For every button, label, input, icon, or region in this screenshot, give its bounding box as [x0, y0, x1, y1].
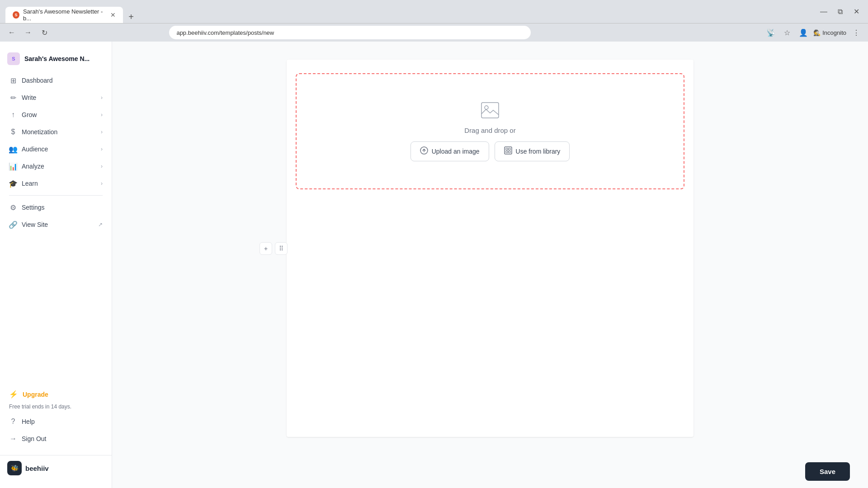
sidebar-item-view-site[interactable]: 🔗 View Site ↗	[4, 216, 108, 233]
sidebar-item-analyze[interactable]: 📊 Analyze ›	[4, 158, 108, 174]
refresh-button[interactable]: ↻	[38, 26, 51, 39]
library-icon	[504, 146, 512, 156]
forward-button[interactable]: →	[22, 26, 34, 39]
sidebar-label-help: Help	[22, 418, 103, 425]
analyze-chevron-icon: ›	[101, 163, 103, 169]
write-chevron-icon: ›	[101, 94, 103, 101]
sidebar-label-settings: Settings	[22, 204, 103, 211]
grow-chevron-icon: ›	[101, 112, 103, 118]
sidebar-item-dashboard[interactable]: ⊞ Dashboard	[4, 72, 108, 89]
sidebar-label-write: Write	[22, 94, 96, 101]
svg-rect-6	[506, 151, 508, 153]
incognito-label: Incognito	[822, 29, 846, 36]
active-tab[interactable]: S Sarah's Awesome Newsletter - b... ✕	[5, 7, 123, 23]
svg-rect-7	[509, 151, 510, 153]
close-button[interactable]: ✕	[850, 5, 863, 18]
sidebar-item-write[interactable]: ✏ Write ›	[4, 89, 108, 106]
sidebar-item-settings[interactable]: ⚙ Settings	[4, 199, 108, 216]
dropzone-actions: Upload an image	[410, 141, 570, 161]
tab-list: S Sarah's Awesome Newsletter - b... ✕ +	[5, 0, 814, 23]
incognito-indicator: 🕵️ Incognito	[813, 29, 846, 36]
back-button[interactable]: ←	[5, 26, 18, 39]
settings-icon: ⚙	[9, 203, 17, 211]
svg-point-1	[485, 106, 488, 109]
sidebar-item-learn[interactable]: 🎓 Learn ›	[4, 175, 108, 192]
minimize-button[interactable]: —	[817, 5, 830, 18]
sidebar-item-upgrade[interactable]: ⚡ Upgrade	[4, 386, 108, 403]
save-area: Save	[112, 455, 868, 488]
learn-icon: 🎓	[9, 179, 17, 188]
sidebar-label-dashboard: Dashboard	[22, 77, 103, 84]
audience-icon: 👥	[9, 145, 17, 153]
restore-button[interactable]: ⧉	[834, 5, 846, 18]
address-bar-row: ← → ↻ 📡 ☆ 👤 🕵️ Incognito ⋮	[0, 23, 868, 42]
incognito-icon: 🕵️	[813, 29, 821, 36]
upgrade-icon: ⚡	[9, 390, 18, 399]
upload-image-button[interactable]: Upload an image	[410, 141, 489, 161]
sidebar-label-analyze: Analyze	[22, 163, 96, 170]
brand-avatar: S	[7, 52, 20, 65]
sidebar-label-audience: Audience	[22, 145, 96, 153]
sidebar-item-sign-out[interactable]: → Sign Out	[4, 431, 108, 447]
beehiiv-logo[interactable]: 🐝 beehiiv	[0, 455, 112, 481]
tab-title: Sarah's Awesome Newsletter - b...	[23, 8, 107, 22]
sidebar-label-grow: Grow	[22, 111, 96, 118]
sidebar-bottom: ⚡ Upgrade Free trial ends in 14 days. ? …	[0, 386, 112, 451]
beehiiv-logo-text: beehiiv	[25, 465, 49, 472]
sidebar-nav: ⊞ Dashboard ✏ Write › ↑ Grow › $ Monetiz…	[0, 72, 112, 386]
grow-icon: ↑	[9, 111, 17, 119]
upload-button-label: Upload an image	[432, 148, 480, 155]
sidebar-item-monetization[interactable]: $ Monetization ›	[4, 124, 108, 140]
address-bar-input[interactable]	[169, 26, 531, 39]
beehiiv-logo-icon: 🐝	[7, 461, 22, 475]
block-controls: + ⠿	[259, 242, 288, 255]
sidebar-item-audience[interactable]: 👥 Audience ›	[4, 141, 108, 157]
svg-rect-5	[509, 148, 510, 150]
svg-rect-0	[481, 103, 499, 118]
svg-rect-3	[505, 147, 512, 154]
browser-window-controls: — ⧉ ✕	[817, 5, 863, 18]
tab-favicon: S	[13, 11, 19, 19]
trial-notice: Free trial ends in 14 days.	[4, 404, 108, 413]
nav-divider	[9, 195, 103, 196]
bookmark-icon[interactable]: ☆	[781, 26, 793, 39]
sidebar: S Sarah's Awesome N... ⊞ Dashboard ✏ Wri…	[0, 42, 112, 488]
upgrade-label: Upgrade	[23, 391, 48, 398]
brand-name: Sarah's Awesome N...	[24, 55, 90, 62]
cast-icon[interactable]: 📡	[764, 26, 777, 39]
library-button-label: Use from library	[516, 148, 561, 155]
browser-tab-bar: S Sarah's Awesome Newsletter - b... ✕ + …	[0, 0, 868, 23]
main-content: + ⠿ Drag and drop or	[112, 42, 868, 488]
sidebar-label-learn: Learn	[22, 180, 96, 187]
sidebar-item-grow[interactable]: ↑ Grow ›	[4, 107, 108, 123]
dashboard-icon: ⊞	[9, 76, 17, 84]
use-from-library-button[interactable]: Use from library	[495, 141, 570, 161]
dropzone-instruction: Drag and drop or	[464, 127, 515, 134]
more-options-icon[interactable]: ⋮	[850, 26, 863, 39]
upload-icon	[420, 146, 428, 156]
add-block-button[interactable]: +	[259, 242, 272, 255]
write-icon: ✏	[9, 94, 17, 102]
sidebar-label-monetization: Monetization	[22, 128, 96, 136]
app-container: S Sarah's Awesome N... ⊞ Dashboard ✏ Wri…	[0, 42, 868, 488]
sidebar-item-help[interactable]: ? Help	[4, 413, 108, 430]
sidebar-label-sign-out: Sign Out	[22, 435, 103, 442]
monetization-icon: $	[9, 128, 17, 136]
monetization-chevron-icon: ›	[101, 129, 103, 135]
external-link-icon: ↗	[98, 221, 103, 228]
help-icon: ?	[9, 418, 17, 426]
tab-close-button[interactable]: ✕	[110, 11, 116, 19]
save-button[interactable]: Save	[805, 462, 850, 481]
learn-chevron-icon: ›	[101, 180, 103, 187]
image-dropzone[interactable]: Drag and drop or Upload an image	[296, 73, 684, 189]
view-site-icon: 🔗	[9, 221, 17, 229]
profile-icon[interactable]: 👤	[797, 26, 810, 39]
drag-block-button[interactable]: ⠿	[275, 242, 288, 255]
sidebar-brand[interactable]: S Sarah's Awesome N...	[0, 49, 112, 72]
analyze-icon: 📊	[9, 162, 17, 170]
audience-chevron-icon: ›	[101, 146, 103, 152]
svg-rect-4	[506, 148, 508, 150]
browser-toolbar-actions: 📡 ☆ 👤 🕵️ Incognito ⋮	[764, 26, 863, 39]
new-tab-button[interactable]: +	[125, 10, 137, 23]
editor-area: + ⠿ Drag and drop or	[112, 42, 868, 455]
